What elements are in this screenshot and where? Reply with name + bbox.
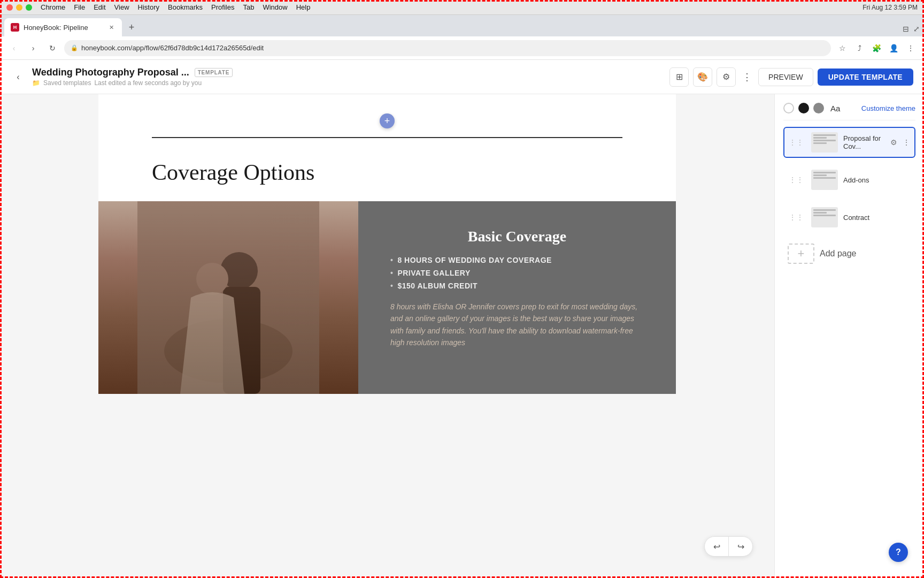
back-button[interactable]: ‹ <box>6 41 21 56</box>
header-subtitle: 📁 Saved templates Last edited a few seco… <box>32 79 233 87</box>
coverage-feature-3: $150 ALBUM CREDIT <box>390 282 644 290</box>
mac-menu-profiles[interactable]: Profiles <box>211 3 234 11</box>
new-tab-button[interactable]: + <box>124 20 139 35</box>
coverage-options-heading: Coverage Options <box>152 159 622 185</box>
tab-title: HoneyBook: Pipeline <box>24 24 88 32</box>
maximize-dot[interactable] <box>26 4 32 11</box>
page-label-1: Add-ons <box>843 176 910 184</box>
coverage-features-list: 8 HOURS OF WEDDING DAY COVERAGE PRIVATE … <box>390 256 644 290</box>
mac-menu-help[interactable]: Help <box>296 3 311 11</box>
mac-menu-view[interactable]: View <box>114 3 129 11</box>
mac-menu-window[interactable]: Window <box>263 3 287 11</box>
main-layout: + Coverage Options <box>0 94 924 578</box>
add-page-button[interactable]: + Add page <box>783 239 915 268</box>
page-settings-icon-0[interactable]: ⚙ <box>890 138 897 147</box>
white-theme-option[interactable] <box>783 103 794 113</box>
last-edited-info: Last edited a few seconds ago by you <box>94 79 202 87</box>
tab-close-button[interactable]: ✕ <box>107 23 116 32</box>
help-button[interactable]: ? <box>889 543 908 562</box>
browser-tab-active[interactable]: H HoneyBook: Pipeline ✕ <box>4 18 122 36</box>
reload-button[interactable]: ↻ <box>45 41 60 56</box>
drag-handle-icon-2: ⋮⋮ <box>789 213 804 222</box>
add-block-button[interactable]: + <box>380 113 395 128</box>
page-thumbnail-0 <box>811 132 838 153</box>
canvas-area[interactable]: + Coverage Options <box>0 94 774 578</box>
page-label-2: Contract <box>843 214 910 222</box>
preview-button[interactable]: PREVIEW <box>758 68 813 86</box>
mac-menu-tab[interactable]: Tab <box>243 3 254 11</box>
chrome-address-bar: ‹ › ↻ 🔒 honeybook.com/app/flow/62f6d78db… <box>0 36 924 60</box>
customize-theme-link[interactable]: Customize theme <box>861 104 915 112</box>
minimize-icon[interactable]: ⊟ <box>903 25 909 33</box>
sidebar-page-item-1[interactable]: ⋮⋮ Add-ons <box>783 164 915 195</box>
canvas-content: + Coverage Options <box>98 94 676 394</box>
mac-dots <box>6 4 32 11</box>
mac-menu-edit[interactable]: Edit <box>94 3 105 11</box>
url-text: honeybook.com/app/flow/62f6d78db9c14d172… <box>81 44 264 52</box>
extensions-icon[interactable]: 🧩 <box>869 41 883 55</box>
ssl-lock-icon: 🔒 <box>71 44 78 51</box>
close-dot[interactable] <box>6 4 13 11</box>
address-right-controls: ☆ ⤴ 🧩 👤 ⋮ <box>835 41 918 55</box>
mac-menu: Chrome File Edit View History Bookmarks … <box>41 3 310 11</box>
more-options-icon[interactable]: ⋮ <box>904 41 918 55</box>
svg-rect-5 <box>137 201 319 394</box>
undo-redo-controls: ↩ ↪ <box>704 536 753 557</box>
right-sidebar: Aa Customize theme ⋮⋮ Proposal for Cov..… <box>774 94 924 578</box>
mac-menu-history[interactable]: History <box>138 3 159 11</box>
coverage-description: 8 hours with Elisha OR Jennifer covers p… <box>390 301 644 349</box>
drag-handle-icon-1: ⋮⋮ <box>789 176 804 184</box>
coverage-dark-section: Basic Coverage 8 HOURS OF WEDDING DAY CO… <box>98 201 676 394</box>
basic-coverage-title: Basic Coverage <box>390 228 644 245</box>
drag-handle-icon: ⋮⋮ <box>789 138 804 147</box>
header-title-row: Wedding Photography Proposal ... TEMPLAT… <box>32 67 233 78</box>
gray-theme-option[interactable] <box>813 103 824 113</box>
couple-photo-side <box>98 201 358 394</box>
page-label-0: Proposal for Cov... <box>843 134 885 150</box>
settings-icon-button[interactable]: ⚙ <box>717 67 736 87</box>
mac-bar-left: Chrome File Edit View History Bookmarks … <box>6 3 310 11</box>
mac-bar-right: Fri Aug 12 3:59 PM <box>863 4 918 11</box>
folder-icon: 📁 <box>32 79 40 87</box>
mac-menu-appname[interactable]: Chrome <box>41 3 65 11</box>
header-actions: ⊞ 🎨 ⚙ ⋮ PREVIEW UPDATE TEMPLATE <box>669 67 913 87</box>
page-thumbnail-1 <box>811 170 838 190</box>
saved-templates-label[interactable]: Saved templates <box>43 79 91 87</box>
navigate-back-button[interactable]: ‹ <box>11 70 26 85</box>
redo-button[interactable]: ↪ <box>729 537 752 556</box>
system-time: Fri Aug 12 3:59 PM <box>863 4 918 11</box>
chrome-window-controls: ⊟ ⤢ <box>903 25 920 36</box>
template-badge: TEMPLATE <box>195 68 233 77</box>
minimize-dot[interactable] <box>16 4 22 11</box>
bookmark-star-icon[interactable]: ☆ <box>835 41 849 55</box>
profile-icon[interactable]: 👤 <box>887 41 900 55</box>
couple-photo <box>98 201 358 394</box>
header-title-area: Wedding Photography Proposal ... TEMPLAT… <box>32 67 233 87</box>
address-input[interactable]: 🔒 honeybook.com/app/flow/62f6d78db9c14d1… <box>64 40 831 56</box>
page-thumbnail-2 <box>811 207 838 227</box>
coverage-feature-2: PRIVATE GALLERY <box>390 269 644 277</box>
mac-os-bar: Chrome File Edit View History Bookmarks … <box>0 0 924 15</box>
page-more-icon-0[interactable]: ⋮ <box>903 138 910 147</box>
expand-icon[interactable]: ⤢ <box>913 25 920 33</box>
sidebar-page-item-2[interactable]: ⋮⋮ Contract <box>783 202 915 233</box>
mac-menu-bookmarks[interactable]: Bookmarks <box>168 3 203 11</box>
couple-svg <box>98 201 358 394</box>
update-template-button[interactable]: UPDATE TEMPLATE <box>818 69 913 86</box>
pages-icon-button[interactable]: ⊞ <box>669 67 689 87</box>
more-options-button[interactable]: ⋮ <box>740 69 754 85</box>
add-page-label: Add page <box>820 249 857 258</box>
font-style-label[interactable]: Aa <box>830 104 840 113</box>
coverage-feature-1: 8 HOURS OF WEDDING DAY COVERAGE <box>390 256 644 264</box>
app-header: ‹ Wedding Photography Proposal ... TEMPL… <box>0 60 924 94</box>
mac-menu-file[interactable]: File <box>74 3 85 11</box>
black-theme-option[interactable] <box>798 103 809 113</box>
share-icon[interactable]: ⤴ <box>852 41 866 55</box>
palette-icon-button[interactable]: 🎨 <box>693 67 712 87</box>
document-title: Wedding Photography Proposal ... <box>32 67 189 78</box>
horizontal-divider <box>152 137 622 138</box>
forward-button[interactable]: › <box>26 41 41 56</box>
undo-button[interactable]: ↩ <box>705 537 728 556</box>
sidebar-page-item-0[interactable]: ⋮⋮ Proposal for Cov... ⚙ ⋮ <box>783 127 915 158</box>
coverage-text-side: Basic Coverage 8 HOURS OF WEDDING DAY CO… <box>358 201 676 394</box>
